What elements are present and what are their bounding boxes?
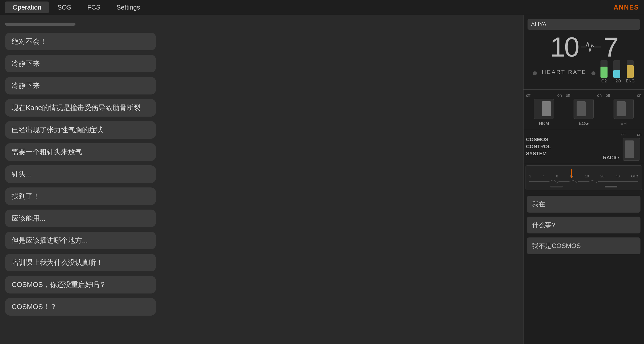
radio-toggle-slider	[625, 140, 634, 158]
option-btn-3[interactable]: 我不是COSMOS	[527, 237, 640, 254]
tab-fcs[interactable]: FCS	[80, 2, 108, 13]
chat-bubble-4[interactable]: 现在Kane的情况是撞击受伤导致肋骨断裂	[5, 99, 156, 117]
freq-tick-ghz: GHz	[631, 174, 638, 178]
gauge-eng-label: ENG	[626, 79, 635, 83]
chat-bubble-8[interactable]: 找到了！	[5, 187, 156, 205]
cosmos-label: COSMOS CONTROL SYSTEM	[526, 132, 600, 161]
chat-bubble-9[interactable]: 应该能用...	[5, 210, 156, 227]
toggle-eh-name: EH	[620, 121, 627, 126]
freq-tick-8: 8	[556, 174, 558, 178]
toggle-eh-on: on	[637, 93, 641, 98]
toggle-eog-switch[interactable]	[574, 99, 594, 119]
chat-bubble-12[interactable]: COSMOS，你还没重启好吗？	[5, 276, 156, 293]
freq-tick-40: 40	[616, 174, 620, 178]
freq-tick-18: 18	[585, 174, 589, 178]
gauge-o2: O2	[600, 60, 608, 83]
toggle-eh-off: off	[606, 93, 610, 98]
chat-bubble-3[interactable]: 冷静下来	[5, 77, 156, 94]
freq-wave-icon	[529, 179, 638, 184]
freq-display: 2 4 8 12 18 26 40 GHz	[526, 165, 642, 190]
toggle-hrm-labels: off on	[526, 93, 562, 98]
freq-tick-2: 2	[529, 174, 531, 178]
tab-settings[interactable]: Settings	[109, 2, 148, 13]
freq-scale: 2 4 8 12 18 26 40 GHz	[529, 168, 638, 178]
toggle-eh-switch[interactable]	[614, 99, 634, 119]
toggle-hrm-switch[interactable]	[534, 99, 554, 119]
gauge-row: HEART RATE O2 H2O	[528, 63, 640, 83]
chat-panel: 绝对不会！冷静下来冷静下来现在Kane的情况是撞击受伤导致肋骨断裂已经出现了张力…	[0, 15, 523, 344]
chat-bubble-1[interactable]: 绝对不会！	[5, 33, 156, 50]
gauge-dot-right	[591, 71, 595, 75]
patient-name-bar: ALIYA	[528, 19, 640, 30]
radio-toggle-wrap: off on	[621, 132, 641, 161]
right-panel: ALIYA 10 7 HEART RATE O2	[523, 15, 644, 344]
hr-wave-icon	[581, 39, 601, 55]
chat-bubble-5[interactable]: 已经出现了张力性气胸的症状	[5, 121, 156, 139]
options-panel: 我在什么事?我不是COSMOS	[524, 192, 644, 344]
toggle-eog-on: on	[597, 93, 602, 98]
tab-sos[interactable]: SOS	[50, 2, 79, 13]
freq-marker	[571, 169, 572, 178]
patient-name: ALIYA	[531, 21, 546, 28]
toggle-hrm-slider	[542, 101, 551, 116]
cosmos-line2: CONTROL	[526, 143, 600, 150]
gauge-eng: ENG	[626, 60, 635, 83]
main-layout: 绝对不会！冷静下来冷静下来现在Kane的情况是撞击受伤导致肋骨断裂已经出现了张力…	[0, 15, 644, 344]
gauge-eng-bar	[627, 65, 634, 78]
toggle-eog-slider	[577, 101, 586, 116]
chat-bubble-7[interactable]: 针头...	[5, 165, 156, 183]
cosmos-line3: SYSTEM	[526, 150, 600, 157]
tab-operation[interactable]: Operation	[5, 2, 49, 13]
brand-logo: ANNES	[614, 4, 639, 11]
hr-label: HEART RATE	[542, 69, 586, 75]
toggle-eh: off on EH	[606, 93, 641, 126]
gauge-o2-label: O2	[601, 79, 607, 83]
chat-bubble-13[interactable]: COSMOS！？	[5, 298, 156, 316]
toggle-eh-slider	[617, 101, 626, 116]
chat-bubble-6[interactable]: 需要一个粗针头来放气	[5, 143, 156, 161]
gauge-h2o-bar	[613, 70, 620, 78]
toggle-eog: off on EOG	[566, 93, 601, 126]
chat-bubble-2[interactable]: 冷静下来	[5, 55, 156, 72]
option-btn-1[interactable]: 我在	[527, 196, 640, 213]
vitals-section: ALIYA 10 7 HEART RATE O2	[524, 15, 644, 90]
toggles-row: off on HRM off on EOG	[524, 90, 644, 130]
radio-section: COSMOS CONTROL SYSTEM RADIO off on	[524, 130, 644, 163]
scroll-indicator	[5, 23, 75, 26]
navbar: Operation SOS FCS Settings ANNES	[0, 0, 644, 15]
toggle-hrm-off: off	[526, 93, 531, 98]
chat-bubble-10[interactable]: 但是应该插进哪个地方...	[5, 232, 156, 249]
toggle-eog-labels: off on	[566, 93, 601, 98]
radio-toggle-off: off	[621, 132, 626, 137]
radio-label: RADIO	[603, 155, 619, 161]
hr-number-suffix: 7	[603, 33, 618, 61]
hr-number-main: 10	[550, 33, 578, 61]
gauge-dot-left	[533, 71, 537, 75]
toggle-hrm-on: on	[557, 93, 562, 98]
gauge-h2o-label: H2O	[613, 79, 621, 83]
chat-bubble-11[interactable]: 培训课上我为什么没认真听！	[5, 254, 156, 271]
freq-tick-26: 26	[600, 174, 605, 178]
radio-toggle-switch[interactable]	[623, 138, 640, 161]
freq-slider-thumb[interactable]	[605, 186, 617, 187]
heart-rate-display: 10 7	[528, 33, 640, 61]
cosmos-line1: COSMOS	[526, 136, 600, 143]
freq-tick-4: 4	[543, 174, 545, 178]
radio-toggle-labels: off on	[621, 132, 641, 137]
gauge-h2o: H2O	[613, 60, 621, 83]
toggle-eog-off: off	[566, 93, 570, 98]
toggle-eog-name: EOG	[579, 121, 589, 126]
toggle-hrm: off on HRM	[526, 93, 562, 126]
gauge-o2-bar	[600, 67, 608, 78]
toggle-hrm-name: HRM	[539, 121, 549, 126]
radio-toggle-on: on	[637, 132, 641, 137]
toggle-eh-labels: off on	[606, 93, 641, 98]
option-btn-2[interactable]: 什么事?	[527, 217, 640, 233]
